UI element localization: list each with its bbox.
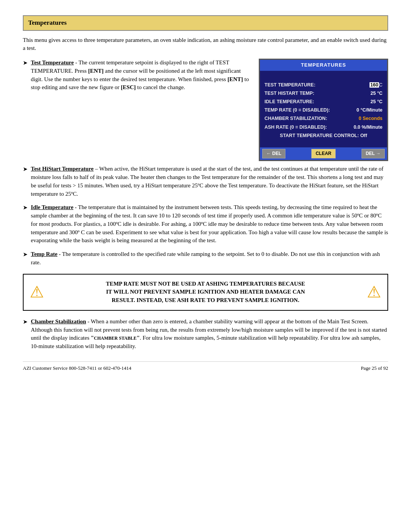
bullet-arrow-5: ➤ (23, 318, 28, 326)
list-item-idle: ➤ Idle Temperature - The temperature tha… (23, 203, 388, 245)
lcd-row-idle: IDLE TEMPERATURE: 25 °C (264, 98, 382, 105)
lcd-value-temp-rate: 0 °C/Minute (357, 107, 382, 113)
lcd-value-chamber-stab: 0 Seconds (358, 115, 382, 122)
bullet-arrow-4: ➤ (23, 251, 28, 259)
lcd-value-histart: 25 °C (371, 90, 382, 97)
bullet-arrow-1: ➤ (23, 59, 28, 67)
lcd-row-test-temp: TEST TEMPERATURE: 160C (264, 81, 382, 88)
lcd-row-start-temp-ctrl: START TEMPERATURE CONTROL: Off (264, 132, 382, 139)
del-right-button[interactable]: DEL → (362, 149, 385, 158)
page-footer: AZI Customer Service 800-528-7411 or 602… (23, 361, 388, 372)
bullet-text-test-temp: Test Temperature - The current temperatu… (31, 59, 250, 92)
lcd-bottom-bar: ← DEL CLEAR DEL → (260, 147, 387, 160)
lcd-label-idle: IDLE TEMPERATURE: (264, 98, 314, 105)
lcd-label-start-temp-ctrl: START TEMPERATURE CONTROL: Off (280, 133, 367, 138)
lcd-label-temp-rate: TEMP RATE (0 = DISABLED): (264, 107, 330, 113)
left-column: ➤ Test Temperature - The current tempera… (23, 59, 250, 161)
bullet-arrow-3: ➤ (23, 204, 28, 212)
lcd-value-ash-rate: 0.0 %/Minute (354, 124, 382, 131)
list-item-test-temp: ➤ Test Temperature - The current tempera… (23, 59, 250, 92)
lcd-row-histart: TEST HISTART TEMP: 25 °C (264, 90, 382, 97)
warning-icon-left: ⚠ (30, 281, 44, 304)
list-item-chamber-stab: ➤ Chamber Stabilization - When a number … (23, 318, 388, 351)
clear-button[interactable]: CLEAR (311, 149, 335, 158)
lcd-highlight-value: 160 (370, 82, 379, 88)
bullet-arrow-2: ➤ (23, 165, 28, 174)
lcd-screen: TEMPERATURES TEST TEMPERATURE: 160C TEST… (259, 59, 388, 161)
bullet-list-3: ➤ Chamber Stabilization - When a number … (23, 318, 388, 351)
footer-right: Page 25 of 92 (361, 365, 388, 372)
lcd-label-ash-rate: ASH RATE (0 = DISABLED): (264, 124, 327, 131)
lcd-row-ash-rate: ASH RATE (0 = DISABLED): 0.0 %/Minute (264, 124, 382, 131)
warning-text: TEMP RATE MUST NOT BE USED AT ASHING TEM… (50, 280, 361, 305)
bullet-list-2: ➤ Test HiStart Temperature – When active… (23, 165, 388, 267)
warning-box: ⚠ TEMP RATE MUST NOT BE USED AT ASHING T… (23, 274, 388, 311)
lcd-body: TEST TEMPERATURE: 160C TEST HISTART TEMP… (260, 71, 387, 144)
intro-text: This menu gives access to three temperat… (23, 36, 388, 53)
bullet-label-test-temp: Test Temperature (31, 59, 74, 66)
bullet-list-1: ➤ Test Temperature - The current tempera… (23, 59, 250, 92)
lcd-title: TEMPERATURES (260, 60, 387, 71)
del-left-button[interactable]: ← DEL (262, 149, 285, 158)
section-header: Temperatures (23, 15, 388, 31)
lcd-screen-container: TEMPERATURES TEST TEMPERATURE: 160C TEST… (259, 59, 388, 161)
lcd-label-test-temp: TEST TEMPERATURE: (264, 81, 315, 88)
footer-left: AZI Customer Service 800-528-7411 or 602… (23, 365, 131, 372)
list-item-histart: ➤ Test HiStart Temperature – When active… (23, 165, 388, 198)
page-container: Temperatures This menu gives access to t… (23, 15, 388, 372)
lcd-label-chamber-stab: CHAMBER STABILIZATION: (264, 115, 327, 122)
lcd-label-histart: TEST HISTART TEMP: (264, 90, 314, 97)
lcd-row-chamber-stab: CHAMBER STABILIZATION: 0 Seconds (264, 115, 382, 122)
list-item-temp-rate: ➤ Temp Rate - The temperature is control… (23, 250, 388, 267)
bullet-label-histart: Test HiStart Temperature (31, 166, 94, 172)
lcd-value-test-temp: 160C (368, 81, 382, 88)
lcd-row-temp-rate: TEMP RATE (0 = DISABLED): 0 °C/Minute (264, 107, 382, 113)
warning-icon-right: ⚠ (367, 281, 381, 304)
bullet-text-idle: Idle Temperature - The temperature that … (31, 203, 388, 245)
bullet-label-chamber-stab: Chamber Stabilization (31, 318, 86, 324)
bullet-label-idle: Idle Temperature (31, 204, 73, 210)
bullet-text-temp-rate: Temp Rate - The temperature is controlle… (31, 250, 388, 267)
bullet-text-histart: Test HiStart Temperature – When active, … (31, 165, 388, 198)
lcd-value-idle: 25 °C (371, 98, 382, 105)
bullet-label-temp-rate: Temp Rate (31, 251, 57, 257)
bullet-text-chamber-stab: Chamber Stabilization - When a number ot… (31, 318, 388, 351)
